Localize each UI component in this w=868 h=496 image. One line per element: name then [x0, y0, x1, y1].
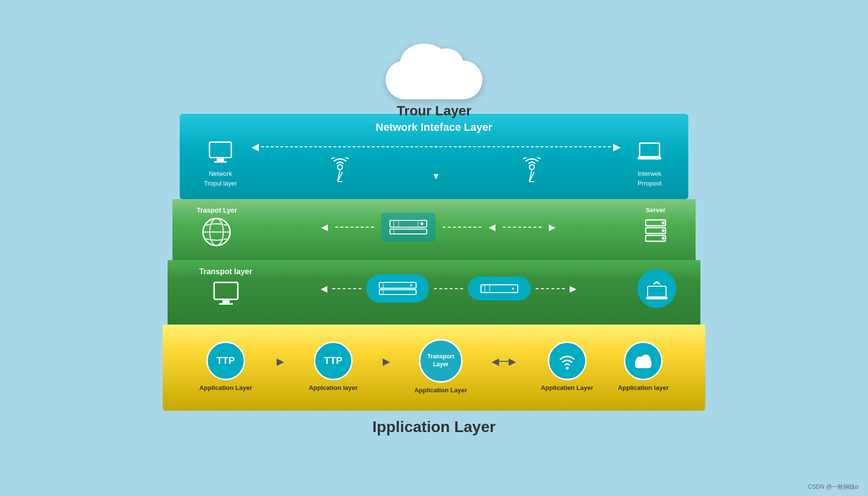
internet-right: Server	[640, 206, 671, 248]
svg-rect-22	[390, 229, 427, 234]
ni-icons-row: Network Tropul layer ◀ ▶	[204, 139, 664, 187]
transport-right-circle	[637, 269, 676, 308]
internet-row: Traspot Lyer ◀	[197, 206, 671, 248]
cloud-icon	[386, 61, 482, 99]
monitor2-icon	[210, 279, 242, 310]
svg-rect-31	[222, 300, 230, 303]
app-item-3: TransportLayer Application Layer	[414, 339, 467, 394]
svg-point-44	[656, 281, 658, 283]
cloud-section: Trour Layer	[386, 61, 482, 119]
ni-left-item: Network Tropul layer	[204, 139, 237, 187]
svg-rect-13	[638, 156, 662, 159]
app-arrow-2: ▶	[383, 356, 390, 367]
app-label-2: Applcation layer	[309, 384, 357, 391]
layer-application: TTP Application Layer ▶ TTP Applcation l…	[163, 325, 705, 411]
app-item-5: Application layer	[618, 341, 669, 391]
app-item-1: TTP Application Layer	[199, 341, 252, 391]
app-icon-wifi	[548, 341, 587, 380]
svg-point-7	[529, 165, 534, 170]
app-icon-ttp2: TTP	[314, 341, 353, 380]
wifi-tower-left-icon	[328, 157, 352, 184]
svg-rect-12	[639, 143, 659, 156]
globe-icon	[201, 217, 232, 248]
transport-center: ◀	[260, 274, 637, 303]
app-label-5: Application layer	[618, 384, 669, 391]
ni-left-label: Network	[209, 170, 232, 177]
svg-rect-42	[648, 286, 666, 297]
svg-point-27	[662, 229, 665, 232]
app-double-arrow: ◀ ▶	[492, 356, 516, 367]
svg-point-48	[641, 355, 651, 364]
app-icon-transport: TransportLayer	[419, 339, 463, 383]
ni-right-item: Interwek Prropool	[635, 139, 664, 187]
watermark: CSDN @一枚铜钱o	[808, 483, 858, 491]
ni-left-sublabel: Tropul layer	[204, 180, 237, 187]
transport-row: Transpot layer ◀	[192, 267, 676, 310]
svg-point-29	[662, 237, 665, 240]
transport-router-icon	[378, 280, 417, 297]
svg-rect-30	[214, 282, 238, 299]
transport-device-left	[366, 274, 429, 303]
svg-point-25	[662, 221, 665, 224]
svg-rect-1	[217, 158, 224, 161]
app-label-1: Application Layer	[199, 384, 252, 391]
app-item-4: Applicatien Layer	[541, 341, 593, 391]
svg-point-35	[410, 284, 412, 286]
app-icon-ttp1: TTP	[206, 341, 245, 380]
wifi-tower-right-icon	[520, 157, 544, 184]
internet-center: ◀ ◀	[237, 213, 640, 242]
svg-rect-36	[379, 290, 416, 294]
layer-internet: Traspot Lyer ◀	[172, 199, 696, 260]
server-label: Server	[646, 206, 665, 214]
app-item-2: TTP Applcation layer	[309, 341, 357, 391]
svg-rect-2	[214, 161, 227, 162]
ni-right-label: Interwek	[637, 170, 661, 177]
ni-wifi-row: ▼	[288, 157, 583, 184]
internet-left: Traspot Lyer	[197, 206, 237, 248]
ni-center: ◀ ▶	[251, 141, 620, 184]
cloud-label: Trour Layer	[397, 103, 471, 119]
wifi-tower-left	[328, 157, 352, 184]
svg-point-3	[338, 165, 342, 170]
server-stack-icon	[640, 216, 671, 248]
router-box	[381, 213, 435, 242]
app-items-row: TTP Application Layer ▶ TTP Applcation l…	[187, 334, 681, 396]
layer-transport: Transpot layer ◀	[168, 260, 700, 325]
app-label-3: Application Layer	[414, 387, 467, 394]
down-arrow: ▼	[432, 171, 440, 182]
bottom-label: Ipplication Layer	[372, 418, 496, 436]
svg-rect-0	[210, 142, 232, 157]
transport-device-icon	[480, 282, 519, 294]
ni-arrows: ◀ ▶	[251, 141, 620, 153]
layer-network-interface: Network Inteface Layer Network Tropul la…	[180, 114, 688, 199]
svg-rect-32	[219, 303, 233, 305]
app-arrow-1: ▶	[277, 356, 284, 367]
svg-rect-11	[639, 143, 659, 156]
svg-rect-43	[646, 297, 667, 299]
app-icon-cloud	[624, 341, 663, 380]
svg-point-45	[566, 367, 569, 370]
transport-title: Transpot layer	[199, 267, 252, 276]
app-label-4: Applicatien Layer	[541, 384, 593, 391]
ni-title: Network Inteface Layer	[204, 121, 664, 134]
diagram-wrapper: Network Inteface Layer Network Tropul la…	[143, 114, 725, 411]
laptop-wifi-icon	[645, 277, 669, 301]
svg-point-41	[512, 288, 514, 290]
svg-point-21	[420, 222, 423, 225]
monitor-icon	[206, 139, 235, 168]
transport-left: Transpot layer	[192, 267, 260, 310]
router-icon	[389, 217, 428, 236]
internet-title: Traspot Lyer	[197, 206, 237, 214]
transport-device-right	[468, 277, 531, 300]
ni-right-sublabel: Prropool	[637, 180, 661, 187]
wifi-tower-right	[520, 157, 544, 184]
cloud-icon-small	[631, 349, 655, 373]
wifi-icon	[555, 349, 579, 373]
main-container: Trour Layer Network Inteface Layer Netwo…	[95, 0, 773, 496]
laptop-icon	[635, 139, 664, 168]
